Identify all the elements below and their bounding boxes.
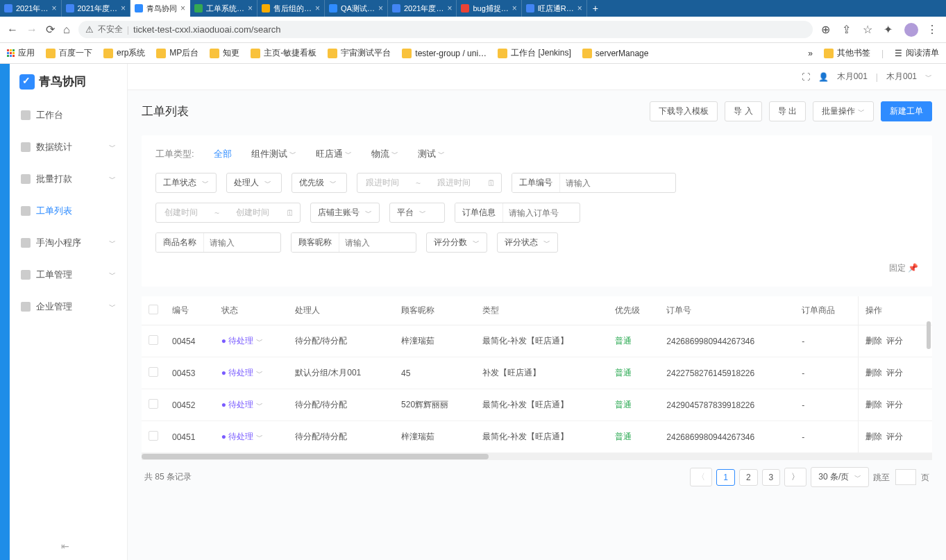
order-info-input[interactable] <box>503 205 580 221</box>
ticket-type-tab[interactable]: 旺店通﹀ <box>316 148 352 160</box>
tab-close-icon[interactable]: × <box>378 3 383 13</box>
op-link[interactable]: 评分 <box>886 336 903 346</box>
tab-close-icon[interactable]: × <box>447 3 452 13</box>
cell-status[interactable]: ● 待处理 ﹀ <box>214 357 288 389</box>
sidebar-item[interactable]: 工单管理﹀ <box>10 259 127 291</box>
page-button[interactable]: 2 <box>739 469 758 486</box>
tab-close-icon[interactable]: × <box>51 3 56 13</box>
tab-close-icon[interactable]: × <box>180 3 185 13</box>
select-all-checkbox[interactable] <box>149 305 158 314</box>
product-name-input[interactable] <box>204 235 280 251</box>
follow-time-range[interactable]: 跟进时间~跟进时间🗓 <box>357 173 502 193</box>
export-button[interactable]: 导 出 <box>769 101 806 121</box>
prev-page-button[interactable]: 〈 <box>690 468 712 486</box>
browser-tab[interactable]: 2021年度…× <box>388 0 457 17</box>
import-button[interactable]: 导 入 <box>725 101 761 121</box>
tab-close-icon[interactable]: × <box>577 3 582 13</box>
username-1[interactable]: 木月001 <box>837 71 868 83</box>
table-row[interactable]: 00452 ● 待处理 ﹀ 待分配/待分配 520辉辉丽丽 最简化-补发【旺店通… <box>142 389 932 421</box>
browser-tab[interactable]: 售后组的…× <box>257 0 325 17</box>
sidebar-item[interactable]: 工单列表 <box>10 195 127 227</box>
horizontal-scrollbar[interactable] <box>142 453 932 460</box>
new-tab-button[interactable]: + <box>587 3 604 14</box>
browser-tab[interactable]: 青鸟协同× <box>130 0 190 17</box>
tab-close-icon[interactable]: × <box>248 3 253 13</box>
bookmark-item[interactable]: 工作台 [Jenkins] <box>498 47 571 59</box>
batch-button[interactable]: 批量操作﹀ <box>813 101 874 121</box>
page-size-select[interactable]: 30 条/页﹀ <box>811 467 869 487</box>
bookmarks-overflow[interactable]: » <box>808 49 813 58</box>
reading-list[interactable]: ☰阅读清单 <box>895 47 939 59</box>
tab-close-icon[interactable]: × <box>315 3 320 13</box>
sidebar-collapse-button[interactable]: ⇤ <box>61 541 69 552</box>
ticket-type-tab[interactable]: 物流﹀ <box>371 148 398 160</box>
ticket-number-input[interactable] <box>560 175 675 192</box>
bookmark-item[interactable]: tester-group / uni… <box>402 49 487 58</box>
back-button[interactable]: ← <box>7 24 18 36</box>
sidebar-item[interactable]: 工作台 <box>10 99 127 131</box>
user-chevron-icon[interactable]: ﹀ <box>925 72 932 82</box>
star-icon[interactable]: ☆ <box>863 23 875 36</box>
op-link[interactable]: 删除 <box>865 432 882 441</box>
page-button[interactable]: 1 <box>716 469 735 486</box>
menu-icon[interactable]: ⋮ <box>927 23 939 36</box>
create-ticket-button[interactable]: 新建工单 <box>881 101 932 121</box>
bookmark-item[interactable]: 百度一下 <box>46 47 92 59</box>
zoom-icon[interactable]: ⊕ <box>821 23 834 36</box>
op-link[interactable]: 删除 <box>865 336 882 346</box>
bookmark-item[interactable]: serverManage <box>582 49 649 58</box>
cell-status[interactable]: ● 待处理 ﹀ <box>214 421 288 453</box>
op-link[interactable]: 删除 <box>865 368 882 377</box>
ticket-type-tab[interactable]: 组件测试﹀ <box>251 148 296 160</box>
share-icon[interactable]: ⇪ <box>842 23 854 36</box>
op-link[interactable]: 评分 <box>886 368 903 377</box>
page-button[interactable]: 3 <box>762 469 781 486</box>
browser-tab[interactable]: QA测试…× <box>325 0 388 17</box>
op-link[interactable]: 评分 <box>886 432 903 441</box>
bookmark-item[interactable]: 宇宙测试平台 <box>328 47 391 59</box>
username-2[interactable]: 木月001 <box>886 71 917 83</box>
table-row[interactable]: 00454 ● 待处理 ﹀ 待分配/待分配 梓潼瑞茹 最简化-补发【旺店通】 普… <box>142 325 932 357</box>
sidebar-item[interactable]: 数据统计﹀ <box>10 131 127 163</box>
bookmark-item[interactable]: MP后台 <box>156 47 199 59</box>
home-button[interactable]: ⌂ <box>63 24 70 36</box>
tab-close-icon[interactable]: × <box>121 3 126 13</box>
browser-tab[interactable]: 2021年度…× <box>62 0 131 17</box>
row-checkbox[interactable] <box>149 367 158 377</box>
row-checkbox[interactable] <box>149 399 158 409</box>
score-select[interactable]: 评分分数﹀ <box>426 232 487 253</box>
sidebar-item[interactable]: 企业管理﹀ <box>10 291 127 323</box>
cell-status[interactable]: ● 待处理 ﹀ <box>214 389 288 421</box>
reload-button[interactable]: ⟳ <box>46 23 55 36</box>
fullscreen-icon[interactable]: ⛶ <box>802 72 810 82</box>
status-select[interactable]: 工单状态﹀ <box>155 173 217 193</box>
platform-select[interactable]: 平台﹀ <box>389 203 445 223</box>
handler-select[interactable]: 处理人﹀ <box>226 173 282 193</box>
row-checkbox[interactable] <box>149 335 158 345</box>
op-link[interactable]: 删除 <box>865 400 882 409</box>
profile-icon[interactable] <box>904 23 918 37</box>
sidebar-item[interactable]: 批量打款﹀ <box>10 163 127 195</box>
download-template-button[interactable]: 下载导入模板 <box>650 101 718 121</box>
ticket-type-tab[interactable]: 测试﹀ <box>418 148 445 160</box>
table-row[interactable]: 00451 ● 待处理 ﹀ 待分配/待分配 梓潼瑞茹 最简化-补发【旺店通】 普… <box>142 421 932 453</box>
bookmark-item[interactable]: 知更 <box>210 47 239 59</box>
bookmark-item[interactable]: erp系统 <box>103 47 145 59</box>
shop-account-select[interactable]: 店铺主账号﹀ <box>310 203 380 223</box>
sidebar-item[interactable]: 手淘小程序﹀ <box>10 227 127 259</box>
logo[interactable]: 青鸟协同 <box>10 64 127 99</box>
create-time-range[interactable]: 创建时间~创建时间🗓 <box>155 203 301 223</box>
op-link[interactable]: 评分 <box>886 400 903 409</box>
url-box[interactable]: ⚠ 不安全 | ticket-test-cxxl.xiaoduoai.com/s… <box>78 21 813 38</box>
browser-tab[interactable]: 2021年…× <box>0 0 62 17</box>
tab-close-icon[interactable]: × <box>512 3 517 13</box>
vertical-scrollbar[interactable] <box>927 321 931 349</box>
score-status-select[interactable]: 评分状态﹀ <box>497 232 558 253</box>
next-page-button[interactable]: 〉 <box>784 468 806 486</box>
bookmark-item[interactable]: 主页-敏捷看板 <box>251 47 316 59</box>
browser-tab[interactable]: 工单系统…× <box>190 0 257 17</box>
customer-nick-input[interactable] <box>339 235 416 251</box>
browser-tab[interactable]: bug捕捉…× <box>457 0 521 17</box>
priority-select[interactable]: 优先级﹀ <box>292 173 347 193</box>
other-bookmarks[interactable]: 其他书签 <box>824 47 870 59</box>
